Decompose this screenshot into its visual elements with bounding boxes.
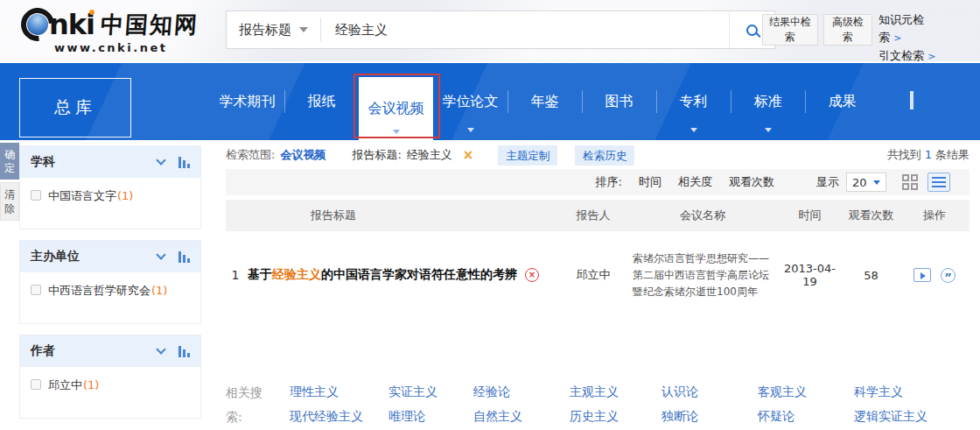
cite-icon[interactable]: ” (941, 268, 956, 283)
list-view-icon[interactable] (928, 173, 950, 192)
nav-tab-图书[interactable]: 图书 (582, 63, 656, 140)
col-date: 时间 (777, 208, 843, 223)
col-report-title: 报告标题 (226, 208, 558, 223)
highlighted-term: 经验主义 (272, 267, 321, 281)
topic-customize-chip[interactable]: 主题定制 (498, 145, 557, 166)
related-search-link[interactable]: 科学主义 (854, 384, 970, 400)
sort-option-相关度[interactable]: 相关度 (678, 174, 712, 190)
related-search-links: 理性主义实证主义经验论主观主义认识论客观主义科学主义现代经验主义唯理论自然主义历… (290, 380, 970, 429)
nav-tab-学位论文[interactable]: 学位论文 (433, 63, 508, 140)
related-search-link[interactable]: 理性主义 (290, 384, 388, 400)
display-count-select[interactable]: 20 (846, 173, 886, 192)
search-input[interactable] (321, 11, 729, 48)
nav-tab-label: 会议视频 (368, 100, 424, 118)
expand-double-chevron-icon[interactable] (910, 91, 924, 108)
bar-chart-icon[interactable] (178, 157, 190, 168)
search-scope-row: 检索范围: 会议视频 报告标题: 经验主义 × 主题定制 检索历史 共找到1条结… (226, 144, 970, 166)
related-search-link[interactable]: 历史主义 (570, 409, 662, 425)
header: nki 中国知网 www.cnki.net 报告标题 结果中检索 高级检索 知识… (0, 0, 980, 61)
bar-chart-icon[interactable] (178, 251, 190, 263)
filter-group-body: 邱立中(1) (20, 367, 200, 418)
sort-option-时间[interactable]: 时间 (639, 174, 662, 190)
result-title-link[interactable]: 基于经验主义的中国语言学家对语符任意性的考辨 (248, 267, 517, 283)
facet-item[interactable]: 中西语言哲学研究会(1) (31, 283, 190, 298)
nav-tab-专利[interactable]: 专利 (656, 63, 731, 140)
related-search-link[interactable]: 逻辑实证主义 (854, 409, 970, 425)
checkbox[interactable] (31, 379, 41, 390)
related-search-link[interactable]: 主观主义 (570, 384, 662, 400)
caret-down-icon (299, 27, 308, 32)
facet-item[interactable]: 邱立中(1) (31, 377, 190, 392)
search-in-results-button[interactable]: 结果中检索 (762, 14, 818, 46)
arrow-icon: > (893, 32, 901, 44)
col-actions: 操作 (900, 208, 970, 223)
nav-tabs: 学术期刊报纸会议视频学位论文年鉴图书专利标准成果 (210, 63, 879, 140)
related-search: 相关搜索: 理性主义实证主义经验论主观主义认识论客观主义科学主义现代经验主义唯理… (226, 380, 970, 429)
chevron-down-icon[interactable] (156, 155, 165, 165)
chevron-down-icon[interactable] (156, 250, 165, 259)
nav-tab-label: 专利 (680, 93, 708, 111)
facet-label: 邱立中 (48, 377, 82, 392)
remove-query-icon[interactable]: × (463, 149, 474, 162)
knowledge-element-search-link[interactable]: 知识元检索 > (878, 11, 929, 47)
confirm-button[interactable]: 确定 (0, 143, 19, 180)
related-search-link[interactable]: 认识论 (662, 384, 758, 400)
bar-chart-icon[interactable] (178, 346, 190, 357)
filter-group-作者: 作者邱立中(1) (19, 335, 201, 419)
main-nav: 总库 学术期刊报纸会议视频学位论文年鉴图书专利标准成果 (0, 63, 980, 140)
nav-tab-年鉴[interactable]: 年鉴 (508, 63, 582, 140)
cnki-search-results-page: nki 中国知网 www.cnki.net 报告标题 结果中检索 高级检索 知识… (0, 0, 980, 430)
nav-tab-label: 标准 (754, 93, 782, 111)
filter-sidebar: 学科中国语言文字(1)主办单位中西语言哲学研究会(1)作者邱立中(1) (19, 145, 201, 429)
related-search-link[interactable]: 怀疑论 (758, 409, 854, 425)
facet-item[interactable]: 中国语言文字(1) (31, 188, 190, 203)
views-cell: 58 (843, 269, 900, 282)
filter-group-header[interactable]: 主办单位 (20, 241, 200, 272)
advanced-search-button[interactable]: 高级检索 (823, 14, 872, 46)
clear-button[interactable]: 清除 (0, 182, 19, 221)
nav-tab-报纸[interactable]: 报纸 (284, 63, 359, 140)
checkbox[interactable] (31, 285, 41, 295)
related-search-link[interactable]: 自然主义 (473, 409, 570, 425)
logo-i-dot (89, 10, 94, 15)
arrow-icon: > (928, 51, 935, 62)
caret-down-icon (873, 180, 880, 185)
header-links: 知识元检索 > 引文检索 > (878, 11, 957, 66)
facet-count: (1) (151, 283, 167, 298)
nav-tab-label: 成果 (829, 93, 857, 111)
filter-group-主办单位: 主办单位中西语言哲学研究会(1) (19, 240, 201, 324)
nav-tab-成果[interactable]: 成果 (805, 63, 879, 140)
nav-home-zongku[interactable]: 总库 (19, 78, 131, 137)
related-search-link[interactable]: 现代经验主义 (290, 409, 388, 425)
col-conference: 会议名称 (628, 208, 777, 223)
related-search-link[interactable]: 唯理论 (388, 409, 473, 425)
nav-tab-label: 图书 (606, 93, 634, 111)
play-video-icon[interactable] (914, 268, 931, 282)
sort-options: 时间相关度观看次数 (622, 174, 774, 190)
results-table-header: 报告标题 报告人 会议名称 时间 观看次数 操作 (226, 200, 970, 231)
facet-label: 中国语言文字 (48, 188, 116, 203)
filter-group-header[interactable]: 学科 (20, 146, 200, 178)
scope-value[interactable]: 会议视频 (280, 147, 326, 163)
display-label: 显示 (816, 174, 839, 190)
checkbox[interactable] (31, 190, 41, 201)
related-search-link[interactable]: 独断论 (662, 409, 758, 425)
speaker-cell[interactable]: 邱立中 (558, 267, 628, 283)
col-views: 观看次数 (843, 208, 900, 223)
caret-down-icon (393, 130, 400, 134)
related-search-link[interactable]: 实证主义 (388, 384, 473, 400)
search-field-label: 报告标题 (239, 22, 291, 39)
conference-cell[interactable]: 索绪尔语言哲学思想研究——第二届中西语言哲学高层论坛暨纪念索绪尔逝世100周年 (628, 250, 777, 300)
search-field-select[interactable]: 报告标题 (227, 22, 320, 39)
grid-view-icon[interactable] (900, 173, 920, 192)
chevron-down-icon[interactable] (156, 344, 165, 354)
cnki-logo[interactable]: nki 中国知网 www.cnki.net (21, 8, 199, 54)
filter-group-header[interactable]: 作者 (20, 335, 200, 367)
nav-tab-会议视频[interactable]: 会议视频 (359, 77, 433, 140)
sort-option-观看次数[interactable]: 观看次数 (729, 174, 774, 190)
related-search-link[interactable]: 客观主义 (758, 384, 854, 400)
related-search-link[interactable]: 经验论 (473, 384, 570, 400)
nav-tab-标准[interactable]: 标准 (731, 63, 805, 140)
nav-tab-学术期刊[interactable]: 学术期刊 (210, 63, 284, 140)
search-history-chip[interactable]: 检索历史 (575, 145, 634, 166)
